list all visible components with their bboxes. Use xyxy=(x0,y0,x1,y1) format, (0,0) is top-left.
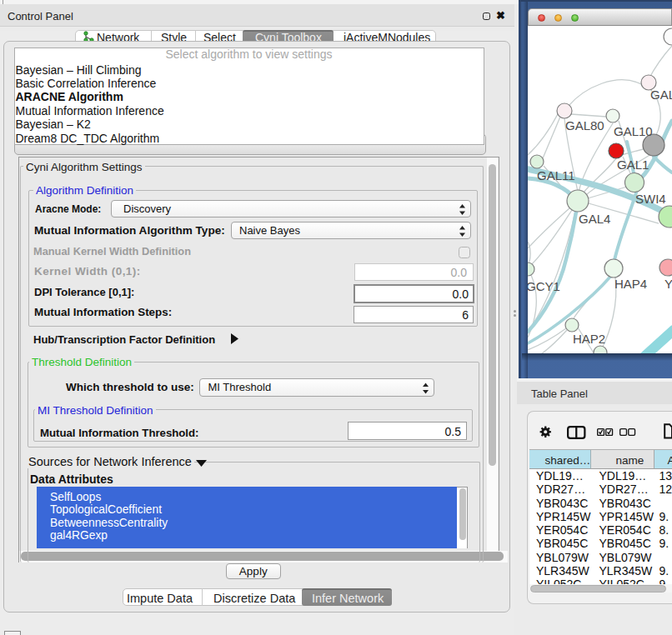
svg-text:GAL4: GAL4 xyxy=(579,212,610,226)
svg-text:GAL1: GAL1 xyxy=(617,158,649,172)
svg-text:Y: Y xyxy=(664,277,672,291)
svg-text:GAL7: GAL7 xyxy=(650,88,672,102)
svg-text:SWI4: SWI4 xyxy=(635,192,666,206)
svg-text:GAL11: GAL11 xyxy=(537,168,575,182)
svg-text:HAP2: HAP2 xyxy=(573,332,605,346)
svg-text:GAL80: GAL80 xyxy=(565,118,604,132)
svg-text:GAL10: GAL10 xyxy=(614,124,653,138)
svg-text:GCY1: GCY1 xyxy=(528,279,560,293)
svg-text:HAP4: HAP4 xyxy=(614,277,647,291)
